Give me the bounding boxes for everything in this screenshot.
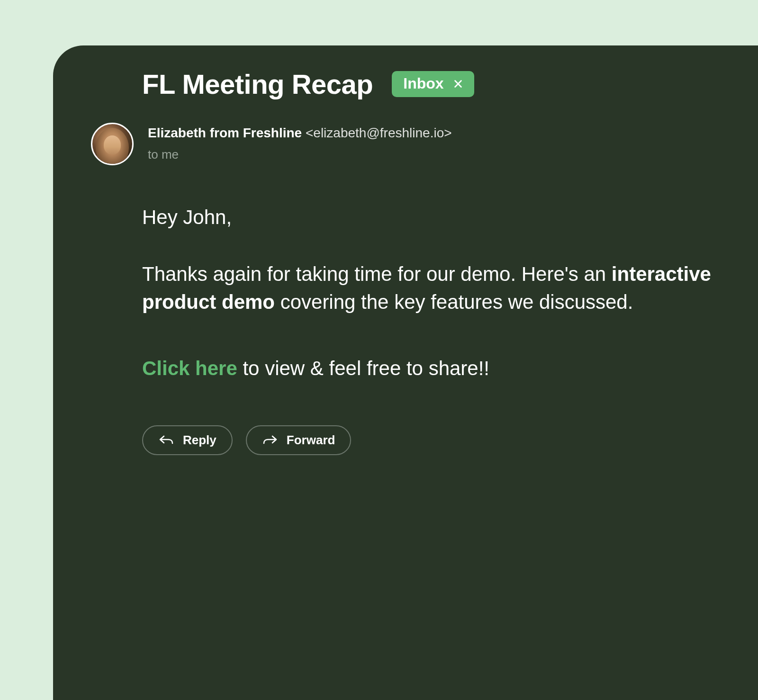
actions-row: Reply Forward	[142, 425, 758, 455]
body-text: Thanks again for taking time for our dem…	[142, 263, 612, 285]
recipient-line: to me	[148, 147, 452, 162]
sender-row: Elizabeth from Freshline <elizabeth@fres…	[91, 123, 758, 165]
email-subject: FL Meeting Recap	[142, 68, 373, 100]
forward-button[interactable]: Forward	[246, 425, 352, 455]
inbox-badge[interactable]: Inbox	[392, 71, 474, 97]
sender-name: Elizabeth from Freshline	[148, 126, 302, 140]
close-icon[interactable]	[452, 78, 464, 90]
reply-label: Reply	[183, 433, 217, 448]
forward-icon	[262, 434, 278, 446]
cta-link[interactable]: Click here	[142, 357, 237, 379]
reply-icon	[158, 434, 174, 446]
cta-rest: to view & feel free to share!!	[237, 357, 489, 379]
body-paragraph-1: Thanks again for taking time for our dem…	[142, 260, 730, 316]
body-text: covering the key features we discussed.	[275, 291, 633, 313]
forward-label: Forward	[287, 433, 335, 448]
sender-meta: Elizabeth from Freshline <elizabeth@fres…	[148, 123, 452, 162]
sender-line: Elizabeth from Freshline <elizabeth@fres…	[148, 126, 452, 141]
email-body: Hey John, Thanks again for taking time f…	[142, 203, 730, 383]
inbox-badge-label: Inbox	[403, 75, 443, 92]
body-cta-line: Click here to view & feel free to share!…	[142, 354, 730, 383]
email-header: FL Meeting Recap Inbox	[142, 68, 758, 100]
avatar	[91, 123, 134, 165]
sender-email: <elizabeth@freshline.io>	[306, 126, 452, 140]
email-card: FL Meeting Recap Inbox Elizabeth from Fr…	[53, 45, 758, 700]
body-greeting: Hey John,	[142, 203, 730, 232]
reply-button[interactable]: Reply	[142, 425, 233, 455]
